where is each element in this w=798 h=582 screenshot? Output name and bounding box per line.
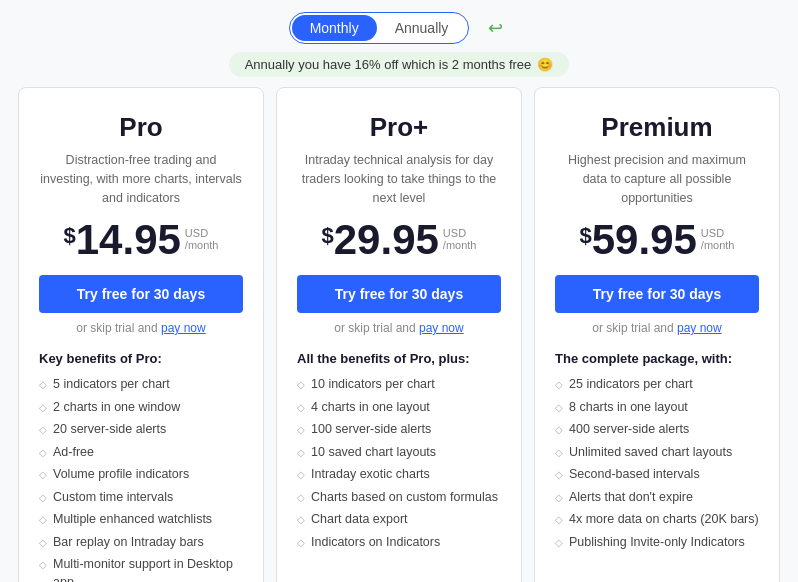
benefit-item: Volume profile indicators bbox=[39, 466, 243, 484]
benefit-item: Chart data export bbox=[297, 511, 501, 529]
price-amount: 29.95 bbox=[334, 219, 439, 261]
benefit-item: 4x more data on charts (20K bars) bbox=[555, 511, 759, 529]
benefit-list: 25 indicators per chart8 charts in one l… bbox=[555, 376, 759, 551]
price-currency: USD bbox=[185, 227, 219, 239]
cta-button[interactable]: Try free for 30 days bbox=[39, 275, 243, 313]
benefit-item: Alerts that don't expire bbox=[555, 489, 759, 507]
benefit-item: Multi-monitor support in Desktop app bbox=[39, 556, 243, 582]
cta-button[interactable]: Try free for 30 days bbox=[555, 275, 759, 313]
benefit-item: 10 saved chart layouts bbox=[297, 444, 501, 462]
plan-name: Pro+ bbox=[297, 112, 501, 143]
benefits-title: The complete package, with: bbox=[555, 351, 759, 366]
plan-description: Distraction-free trading and investing, … bbox=[39, 151, 243, 207]
discount-emoji: 😊 bbox=[537, 57, 553, 72]
benefit-item: Publishing Invite-only Indicators bbox=[555, 534, 759, 552]
benefit-item: 5 indicators per chart bbox=[39, 376, 243, 394]
price-meta: USD /month bbox=[443, 227, 477, 251]
plans-container: Pro Distraction-free trading and investi… bbox=[0, 87, 798, 582]
cta-button[interactable]: Try free for 30 days bbox=[297, 275, 501, 313]
price-dollar: $ bbox=[580, 223, 592, 249]
benefit-list: 5 indicators per chart2 charts in one wi… bbox=[39, 376, 243, 582]
plan-card-1: Pro+ Intraday technical analysis for day… bbox=[276, 87, 522, 582]
benefit-item: Unlimited saved chart layouts bbox=[555, 444, 759, 462]
benefit-item: Bar replay on Intraday bars bbox=[39, 534, 243, 552]
billing-toggle-row: Monthly Annually ↩ bbox=[289, 12, 510, 44]
benefit-item: Multiple enhanced watchlists bbox=[39, 511, 243, 529]
price-row: $ 29.95 USD /month bbox=[297, 219, 501, 261]
plan-card-2: Premium Highest precision and maximum da… bbox=[534, 87, 780, 582]
price-amount: 59.95 bbox=[592, 219, 697, 261]
skip-trial-row: or skip trial and pay now bbox=[297, 321, 501, 335]
benefit-item: Custom time intervals bbox=[39, 489, 243, 507]
benefit-item: Ad-free bbox=[39, 444, 243, 462]
benefits-title: All the benefits of Pro, plus: bbox=[297, 351, 501, 366]
price-meta: USD /month bbox=[701, 227, 735, 251]
benefit-item: Intraday exotic charts bbox=[297, 466, 501, 484]
benefit-list: 10 indicators per chart4 charts in one l… bbox=[297, 376, 501, 551]
plan-description: Intraday technical analysis for day trad… bbox=[297, 151, 501, 207]
price-dollar: $ bbox=[64, 223, 76, 249]
billing-toggle: Monthly Annually bbox=[289, 12, 470, 44]
benefit-item: 25 indicators per chart bbox=[555, 376, 759, 394]
benefit-item: Charts based on custom formulas bbox=[297, 489, 501, 507]
pay-now-link[interactable]: pay now bbox=[419, 321, 464, 335]
price-meta: USD /month bbox=[185, 227, 219, 251]
annually-toggle[interactable]: Annually bbox=[377, 15, 467, 41]
pay-now-link[interactable]: pay now bbox=[677, 321, 722, 335]
benefit-item: 2 charts in one window bbox=[39, 399, 243, 417]
pay-now-link[interactable]: pay now bbox=[161, 321, 206, 335]
price-period: /month bbox=[701, 239, 735, 251]
plan-name: Premium bbox=[555, 112, 759, 143]
benefit-item: 8 charts in one layout bbox=[555, 399, 759, 417]
plan-description: Highest precision and maximum data to ca… bbox=[555, 151, 759, 207]
benefit-item: 20 server-side alerts bbox=[39, 421, 243, 439]
benefits-title: Key benefits of Pro: bbox=[39, 351, 243, 366]
price-currency: USD bbox=[701, 227, 735, 239]
benefit-item: 10 indicators per chart bbox=[297, 376, 501, 394]
price-row: $ 59.95 USD /month bbox=[555, 219, 759, 261]
benefit-item: 400 server-side alerts bbox=[555, 421, 759, 439]
price-amount: 14.95 bbox=[76, 219, 181, 261]
plan-name: Pro bbox=[39, 112, 243, 143]
price-row: $ 14.95 USD /month bbox=[39, 219, 243, 261]
plan-card-0: Pro Distraction-free trading and investi… bbox=[18, 87, 264, 582]
skip-trial-row: or skip trial and pay now bbox=[39, 321, 243, 335]
monthly-toggle[interactable]: Monthly bbox=[292, 15, 377, 41]
price-period: /month bbox=[185, 239, 219, 251]
top-section: Monthly Annually ↩ Annually you have 16%… bbox=[0, 0, 798, 87]
price-dollar: $ bbox=[322, 223, 334, 249]
benefit-item: Second-based intervals bbox=[555, 466, 759, 484]
price-currency: USD bbox=[443, 227, 477, 239]
skip-trial-text: or skip trial and bbox=[334, 321, 419, 335]
skip-trial-text: or skip trial and bbox=[592, 321, 677, 335]
skip-trial-row: or skip trial and pay now bbox=[555, 321, 759, 335]
toggle-arrow-icon: ↩ bbox=[481, 14, 509, 42]
price-period: /month bbox=[443, 239, 477, 251]
discount-text: Annually you have 16% off which is 2 mon… bbox=[245, 57, 532, 72]
skip-trial-text: or skip trial and bbox=[76, 321, 161, 335]
benefit-item: Indicators on Indicators bbox=[297, 534, 501, 552]
benefit-item: 100 server-side alerts bbox=[297, 421, 501, 439]
discount-banner: Annually you have 16% off which is 2 mon… bbox=[229, 52, 570, 77]
benefit-item: 4 charts in one layout bbox=[297, 399, 501, 417]
